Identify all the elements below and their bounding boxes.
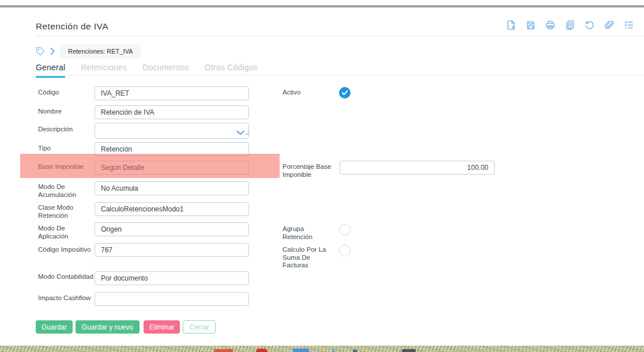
clase-modo-retencion-input[interactable]	[95, 202, 249, 216]
descripcion-label: Descripción	[38, 126, 94, 134]
tag-icon[interactable]	[36, 47, 45, 56]
desktop-icon-sliver	[293, 349, 309, 352]
base-imponible-input[interactable]	[95, 161, 249, 175]
modo-aplicacion-label: Modo De Aplicación	[38, 225, 94, 240]
breadcrumb: Retenciones: RET_IVA	[36, 44, 141, 58]
new-record-icon[interactable]	[505, 19, 517, 31]
modo-contabilidad-label: Modo Contabilidad	[38, 273, 94, 281]
desktop-wallpaper-strip	[0, 346, 644, 352]
nombre-label: Nombre	[38, 108, 94, 116]
tipo-input[interactable]	[95, 142, 249, 156]
codigo-impositivo-input[interactable]	[95, 243, 249, 257]
toolbar	[505, 19, 635, 31]
desktop-icon-sliver	[214, 349, 233, 352]
tab-otros-codigos[interactable]: Otros Códigos	[205, 63, 258, 78]
porcentaje-base-imponible-input[interactable]	[340, 161, 495, 175]
print-icon[interactable]	[544, 19, 556, 31]
tipo-label: Tipo	[38, 145, 94, 153]
porcentaje-base-imponible-label: Porcentaje Base Imponible	[283, 163, 336, 179]
delete-button[interactable]: Eliminar	[144, 320, 180, 334]
activo-toggle-checked[interactable]	[339, 87, 351, 99]
descripcion-textarea[interactable]	[95, 123, 249, 139]
tabs-divider	[36, 75, 644, 75]
save-icon[interactable]	[525, 19, 537, 31]
chevron-right-icon	[50, 47, 55, 55]
codigo-label: Código	[38, 89, 94, 97]
nombre-input[interactable]	[95, 105, 249, 119]
textarea-resize-grip[interactable]	[246, 131, 249, 135]
agrupa-retencion-label: Agrupa Retención	[283, 225, 336, 241]
clase-modo-retencion-label: Clase Modo Retención	[38, 204, 94, 219]
checklist-icon[interactable]	[623, 19, 635, 31]
desktop-icon-sliver	[353, 350, 357, 352]
activo-label: Activo	[283, 89, 336, 97]
codigo-input[interactable]	[95, 86, 249, 100]
save-and-new-button[interactable]: Guardar y nuevo	[76, 320, 140, 334]
copy-icon[interactable]	[564, 19, 576, 31]
browser-divider-bar	[0, 5, 644, 7]
title-divider	[36, 36, 644, 36]
impacto-cashflow-label: Impacto Cashflow	[38, 294, 94, 302]
impacto-cashflow-input[interactable]	[95, 292, 249, 306]
history-icon[interactable]	[583, 19, 596, 31]
modo-acumulacion-input[interactable]	[95, 181, 249, 195]
base-imponible-label: Base Imponible	[38, 163, 94, 171]
breadcrumb-record[interactable]: Retenciones: RET_IVA	[60, 44, 141, 58]
modo-contabilidad-input[interactable]	[95, 271, 249, 285]
desktop-icon-sliver	[256, 349, 268, 352]
calculo-suma-facturas-label: Calculo Por La Suma De Facturas	[283, 246, 336, 270]
app-window: Retención de IVA	[0, 0, 644, 352]
modo-acumulacion-label: Modo De Acumulación	[38, 183, 94, 199]
tab-retenciones[interactable]: Retenciones	[81, 63, 127, 78]
agrupa-retencion-toggle[interactable]	[339, 224, 351, 236]
desktop-icon-sliver	[332, 349, 334, 352]
tab-documentos[interactable]: Documentos	[142, 63, 189, 78]
desktop-icon-sliver	[402, 349, 416, 352]
tab-bar: General Retenciones Documentos Otros Cód…	[36, 63, 258, 78]
attachment-icon[interactable]	[603, 19, 615, 31]
calculo-suma-facturas-toggle[interactable]	[339, 245, 351, 256]
modo-aplicacion-input[interactable]	[95, 222, 249, 236]
tab-general[interactable]: General	[36, 63, 65, 78]
codigo-impositivo-label: Código Impositivo	[38, 246, 94, 254]
save-button[interactable]: Guardar	[36, 320, 73, 334]
page-title: Retención de IVA	[36, 21, 108, 32]
close-button[interactable]: Cerrar	[183, 320, 216, 334]
